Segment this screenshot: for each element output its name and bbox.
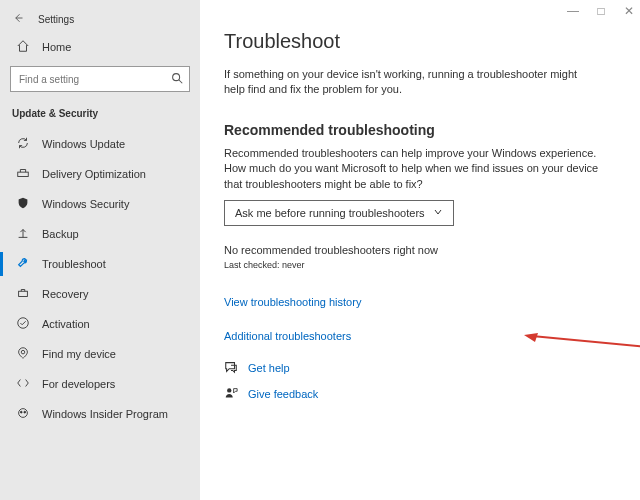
search-input[interactable]	[10, 66, 190, 92]
close-button[interactable]: ✕	[622, 4, 636, 18]
nav-label: Windows Insider Program	[42, 408, 168, 420]
sidebar-item-find-my-device[interactable]: Find my device	[0, 339, 200, 369]
location-icon	[16, 346, 30, 362]
window-title: Settings	[38, 14, 74, 25]
svg-point-8	[227, 388, 231, 392]
developers-icon	[16, 376, 30, 392]
svg-point-7	[24, 411, 26, 413]
sidebar: Settings Home Update & Security Windows …	[0, 0, 200, 500]
search-wrap	[10, 66, 190, 92]
sync-icon	[16, 136, 30, 152]
give-feedback-link: Give feedback	[248, 388, 318, 400]
nav-label: For developers	[42, 378, 115, 390]
dropdown-value: Ask me before running troubleshooters	[235, 207, 425, 219]
sidebar-item-recovery[interactable]: Recovery	[0, 279, 200, 309]
topbar: Settings	[0, 6, 200, 32]
sidebar-item-windows-update[interactable]: Windows Update	[0, 129, 200, 159]
feedback-icon	[224, 386, 238, 402]
svg-point-0	[173, 74, 180, 81]
recovery-icon	[16, 286, 30, 302]
sidebar-item-insider[interactable]: Windows Insider Program	[0, 399, 200, 429]
sidebar-item-backup[interactable]: Backup	[0, 219, 200, 249]
troubleshooting-history-link[interactable]: View troubleshooting history	[224, 296, 361, 308]
sidebar-item-activation[interactable]: Activation	[0, 309, 200, 339]
last-checked-text: Last checked: never	[224, 260, 616, 270]
back-icon[interactable]	[12, 12, 24, 26]
delivery-icon	[16, 166, 30, 182]
check-circle-icon	[16, 316, 30, 332]
nav-label: Backup	[42, 228, 79, 240]
sidebar-category: Update & Security	[0, 102, 200, 129]
intro-text: If something on your device isn't workin…	[224, 67, 584, 98]
give-feedback-row[interactable]: Give feedback	[224, 386, 616, 402]
window-controls: ― □ ✕	[566, 4, 636, 18]
nav-label: Windows Update	[42, 138, 125, 150]
home-icon	[16, 39, 30, 55]
nav-label: Find my device	[42, 348, 116, 360]
svg-rect-1	[18, 172, 29, 176]
recommended-text: Recommended troubleshooters can help imp…	[224, 146, 604, 192]
sidebar-home[interactable]: Home	[0, 32, 200, 62]
insider-icon	[16, 406, 30, 422]
page-title: Troubleshoot	[224, 30, 616, 53]
recommended-heading: Recommended troubleshooting	[224, 122, 616, 138]
svg-point-4	[21, 350, 25, 354]
shield-icon	[16, 196, 30, 212]
sidebar-item-delivery-optimization[interactable]: Delivery Optimization	[0, 159, 200, 189]
svg-rect-2	[19, 291, 28, 296]
sidebar-home-label: Home	[42, 41, 71, 53]
svg-point-3	[18, 318, 29, 329]
no-recommended-text: No recommended troubleshooters right now	[224, 244, 616, 256]
additional-troubleshooters-link[interactable]: Additional troubleshooters	[224, 330, 351, 342]
sidebar-item-troubleshoot[interactable]: Troubleshoot	[0, 249, 200, 279]
nav-label: Delivery Optimization	[42, 168, 146, 180]
main-content: ― □ ✕ Troubleshoot If something on your …	[200, 0, 640, 500]
minimize-button[interactable]: ―	[566, 4, 580, 18]
chevron-down-icon	[433, 207, 443, 219]
svg-point-6	[20, 411, 22, 413]
get-help-link: Get help	[248, 362, 290, 374]
sidebar-item-windows-security[interactable]: Windows Security	[0, 189, 200, 219]
nav-label: Recovery	[42, 288, 88, 300]
troubleshooter-preference-dropdown[interactable]: Ask me before running troubleshooters	[224, 200, 454, 226]
svg-point-5	[19, 409, 28, 418]
nav-label: Windows Security	[42, 198, 129, 210]
nav-label: Activation	[42, 318, 90, 330]
nav-label: Troubleshoot	[42, 258, 106, 270]
chat-icon	[224, 360, 238, 376]
sidebar-item-for-developers[interactable]: For developers	[0, 369, 200, 399]
backup-icon	[16, 226, 30, 242]
search-icon	[170, 71, 184, 85]
wrench-icon	[16, 256, 30, 272]
maximize-button[interactable]: □	[594, 4, 608, 18]
get-help-row[interactable]: Get help	[224, 360, 616, 376]
